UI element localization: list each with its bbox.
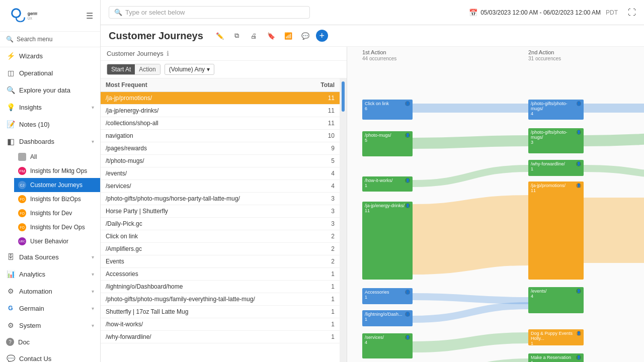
table-row[interactable]: /how-it-works/1 [101, 318, 340, 331]
sidebar-item-contact[interactable]: 💬 Contact Us [0, 350, 100, 362]
node-why-forwardline[interactable]: /why-forwardline/1 👤 [528, 160, 584, 176]
sidebar-item-insights-mkt[interactable]: FM Insights for Mktg Ops [14, 164, 100, 178]
count-cell: 1 [308, 306, 340, 318]
table-row[interactable]: Events2 [101, 255, 340, 268]
node-avatar: 👤 [576, 289, 581, 294]
sidebar-item-user-behavior[interactable]: UBC User Behavior [14, 234, 100, 248]
cj-icon: CJ [18, 181, 26, 189]
table-row[interactable]: /t/photo-mugs/5 [101, 155, 340, 167]
sidebar-item-label: Contact Us [19, 355, 94, 363]
toggle-action[interactable]: Action [135, 64, 159, 74]
table-row[interactable]: Accessories1 [101, 268, 340, 281]
print-button[interactable]: 🖨 [248, 29, 261, 42]
sidebar-item-insights-biz[interactable]: FO Insights for BizOps [14, 192, 100, 206]
sidebar-item-system[interactable]: ⚙ System ▾ [0, 317, 100, 334]
node-photo-gifts-2[interactable]: /photo-gifts/photo-mugs/3 👤 [528, 128, 584, 153]
table-body: /ja-jp/promotions/11/ja-jp/energy-drinks… [101, 92, 340, 343]
search-placeholder: Type or select below [125, 9, 185, 16]
table-row[interactable]: /why-forwardline/1 [101, 331, 340, 343]
node-make-reservation[interactable]: Make a Reservation1 👤 [528, 353, 584, 362]
path-cell: /how-it-works/ [101, 318, 308, 331]
sidebar-item-customer-journeys[interactable]: CJ Customer Journeys [14, 178, 100, 192]
table-row[interactable]: /pages/rewards9 [101, 142, 340, 155]
node-photo-gifts-1[interactable]: /photo-gifts/photo-mugs/4 👤 [528, 100, 584, 120]
table-row[interactable]: Click on link2 [101, 230, 340, 243]
sidebar-item-operational[interactable]: ◫ Operational [0, 64, 100, 81]
table-row[interactable]: /photo-gifts/photo-mugs/horse-party-tall… [101, 193, 340, 205]
node-events-col2[interactable]: /events/4 👤 [528, 287, 584, 313]
path-cell: /events/ [101, 167, 308, 180]
data-sources-icon: 🗄 [6, 252, 15, 261]
volume-select[interactable]: (Volume) Any ▾ [165, 64, 214, 75]
table-row[interactable]: /collections/shop-all11 [101, 117, 340, 130]
scrollbar[interactable] [340, 78, 347, 362]
operational-icon: ◫ [6, 68, 15, 77]
table-row[interactable]: /events/4 [101, 167, 340, 180]
node-label: /events/4 [531, 289, 547, 299]
search-menu-item[interactable]: 🔍 Search menu [0, 32, 100, 47]
journey-table: Most Frequent Total /ja-jp/promotions/11… [101, 78, 340, 343]
col1-occurrences: 44 occurrences [362, 56, 396, 61]
hamburger-menu[interactable]: ☰ [86, 11, 93, 21]
node-how-it-works[interactable]: /how-it-works/1 👤 [362, 176, 413, 192]
node-accessories[interactable]: Accessories1 👤 [362, 288, 413, 304]
table-row[interactable]: /ja-jp/promotions/11 [101, 92, 340, 105]
date-range-display[interactable]: 📅 05/03/2023 12:00 AM - 06/02/2023 12:00… [469, 9, 618, 17]
node-photo-mugs[interactable]: /photo-mugs/5 👤 [362, 131, 413, 156]
table-row[interactable]: /photo-gifts/photo-mugs/family-everythin… [101, 293, 340, 306]
page-header: Customer Journeys ✏️ ⧉ 🖨 🔖 📶 💬 + [101, 25, 644, 47]
add-button[interactable]: + [316, 30, 328, 42]
sidebar-item-label: Data Sources [19, 253, 88, 261]
table-row[interactable]: /services/4 [101, 180, 340, 193]
node-avatar: 👤 [405, 312, 410, 317]
node-click-on-link[interactable]: Click on link6 👤 [362, 100, 413, 120]
bookmark-button[interactable]: 🔖 [265, 29, 278, 42]
toggle-start-at[interactable]: Start At [107, 64, 135, 74]
node-lightning[interactable]: /lightning/o/Dash...1 👤 [362, 310, 413, 326]
table-row[interactable]: /Daily-Pick.gc3 [101, 218, 340, 230]
count-cell: 4 [308, 180, 340, 193]
global-search[interactable]: 🔍 Type or select below [109, 6, 310, 19]
sidebar-item-insights[interactable]: 💡 Insights ▾ [0, 99, 100, 116]
sidebar-item-insights-dev[interactable]: FO Insights for Dev [14, 206, 100, 220]
sankey-diagram: 1st Action 44 occurrences 2nd Action 31 … [347, 47, 644, 362]
edit-button[interactable]: ✏️ [213, 29, 226, 42]
table-row[interactable]: /ja-jp/energy-drinks/11 [101, 105, 340, 117]
table-row[interactable]: Horse Party | Shutterfly3 [101, 205, 340, 218]
node-label: /why-forwardline/1 [531, 161, 565, 171]
sidebar-item-explore[interactable]: 🔍 Explore your data [0, 81, 100, 99]
table-row[interactable]: navigation10 [101, 130, 340, 142]
table-row[interactable]: /Amplifiers.gc2 [101, 243, 340, 255]
sidebar-item-automation[interactable]: ⚙ Automation ▾ [0, 283, 100, 300]
chart-button[interactable]: 📶 [282, 29, 295, 42]
header-actions: ✏️ ⧉ 🖨 🔖 📶 💬 + [213, 29, 328, 42]
chart-scroll[interactable]: 1st Action 44 occurrences 2nd Action 31 … [347, 47, 644, 362]
comment-button[interactable]: 💬 [299, 29, 312, 42]
sidebar-item-dashboards[interactable]: ◧ Dashboards ▾ [0, 133, 100, 150]
sidebar-item-insights-devops[interactable]: FO Insights for Dev Ops [14, 220, 100, 234]
copy-button[interactable]: ⧉ [230, 29, 244, 42]
node-label: /photo-gifts/photo-mugs/4 [531, 101, 577, 116]
table-row[interactable]: /lightning/o/Dashboard/home1 [101, 281, 340, 293]
sidebar-item-doc[interactable]: ? Doc [0, 334, 100, 350]
left-panel: Customer Journeys ℹ Start At Action (Vol… [101, 47, 347, 362]
sidebar-item-germain[interactable]: G Germain ▾ [0, 300, 100, 317]
sidebar-item-analytics[interactable]: 📊 Analytics ▾ [0, 265, 100, 283]
node-avatar: 👤 [405, 133, 410, 138]
node-dog-puppy-events[interactable]: Dog & Puppy Events Holly...1 👤 [528, 329, 584, 345]
node-energy-drinks[interactable]: /ja-jp/energy-drinks/11 👤 [362, 202, 413, 280]
sidebar-item-data-sources[interactable]: 🗄 Data Sources ▾ [0, 248, 100, 265]
sidebar-item-wizards[interactable]: ⚡ Wizards [0, 47, 100, 64]
sidebar-item-all[interactable]: All [14, 150, 100, 164]
sidebar-item-label: Germain [19, 305, 88, 312]
node-services[interactable]: /services/4 👤 [362, 333, 413, 358]
sidebar-item-label: Wizards [19, 52, 94, 60]
explore-icon: 🔍 [6, 85, 15, 95]
count-cell: 3 [308, 218, 340, 230]
sidebar-item-notes[interactable]: 📝 Notes (10) [0, 116, 100, 133]
devops-icon: FO [18, 223, 26, 231]
fullscreen-button[interactable]: ⛶ [628, 8, 636, 17]
table-row[interactable]: Shutterfly | 17oz Tall Latte Mug1 [101, 306, 340, 318]
svg-point-0 [12, 9, 21, 18]
node-ja-jp-promotions[interactable]: /ja-jp/promotions/11 👤 [528, 182, 584, 280]
